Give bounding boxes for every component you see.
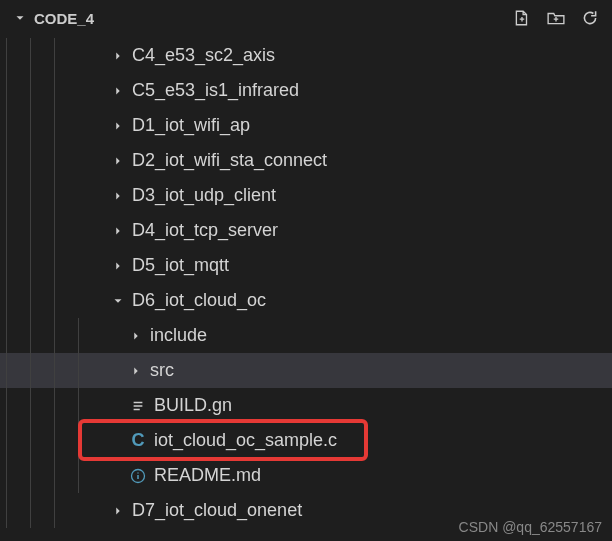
new-file-icon[interactable]: [512, 8, 532, 28]
chevron-right-icon: [110, 118, 126, 134]
tree-item-label: C4_e53_sc2_axis: [132, 45, 275, 66]
chevron-right-icon: [110, 153, 126, 169]
file-tree: C4_e53_sc2_axisC5_e53_is1_infraredD1_iot…: [0, 36, 612, 528]
tree-item-label: src: [150, 360, 174, 381]
chevron-down-icon: [110, 293, 126, 309]
chevron-right-icon: [110, 48, 126, 64]
tree-item-label: D7_iot_cloud_onenet: [132, 500, 302, 521]
file-row[interactable]: Ciot_cloud_oc_sample.c: [0, 423, 612, 458]
folder-row[interactable]: D2_iot_wifi_sta_connect: [0, 143, 612, 178]
chevron-right-icon: [128, 363, 144, 379]
chevron-down-icon: [12, 10, 28, 26]
tree-item-label: BUILD.gn: [154, 395, 232, 416]
tree-item-label: D4_iot_tcp_server: [132, 220, 278, 241]
folder-row[interactable]: include: [0, 318, 612, 353]
header-actions: [512, 8, 600, 28]
chevron-right-icon: [110, 258, 126, 274]
info-icon: [128, 466, 148, 486]
folder-row[interactable]: C4_e53_sc2_axis: [0, 38, 612, 73]
tree-item-label: C5_e53_is1_infrared: [132, 80, 299, 101]
folder-row[interactable]: C5_e53_is1_infrared: [0, 73, 612, 108]
folder-row[interactable]: D4_iot_tcp_server: [0, 213, 612, 248]
file-row[interactable]: README.md: [0, 458, 612, 493]
folder-row[interactable]: src: [0, 353, 612, 388]
file-lines-icon: [128, 396, 148, 416]
tree-item-label: iot_cloud_oc_sample.c: [154, 430, 337, 451]
watermark: CSDN @qq_62557167: [459, 519, 602, 535]
c-file-icon: C: [128, 431, 148, 451]
chevron-right-icon: [128, 328, 144, 344]
section-title: CODE_4: [34, 10, 94, 27]
tree-item-label: D5_iot_mqtt: [132, 255, 229, 276]
tree-item-label: README.md: [154, 465, 261, 486]
chevron-right-icon: [110, 223, 126, 239]
explorer-header: CODE_4: [0, 0, 612, 36]
chevron-right-icon: [110, 83, 126, 99]
tree-item-label: include: [150, 325, 207, 346]
tree-item-label: D2_iot_wifi_sta_connect: [132, 150, 327, 171]
folder-row[interactable]: D1_iot_wifi_ap: [0, 108, 612, 143]
folder-row[interactable]: D6_iot_cloud_oc: [0, 283, 612, 318]
header-left[interactable]: CODE_4: [12, 10, 94, 27]
refresh-icon[interactable]: [580, 8, 600, 28]
folder-row[interactable]: D5_iot_mqtt: [0, 248, 612, 283]
new-folder-icon[interactable]: [546, 8, 566, 28]
folder-row[interactable]: D3_iot_udp_client: [0, 178, 612, 213]
tree-item-label: D1_iot_wifi_ap: [132, 115, 250, 136]
tree-item-label: D3_iot_udp_client: [132, 185, 276, 206]
chevron-right-icon: [110, 503, 126, 519]
chevron-right-icon: [110, 188, 126, 204]
tree-item-label: D6_iot_cloud_oc: [132, 290, 266, 311]
file-row[interactable]: BUILD.gn: [0, 388, 612, 423]
